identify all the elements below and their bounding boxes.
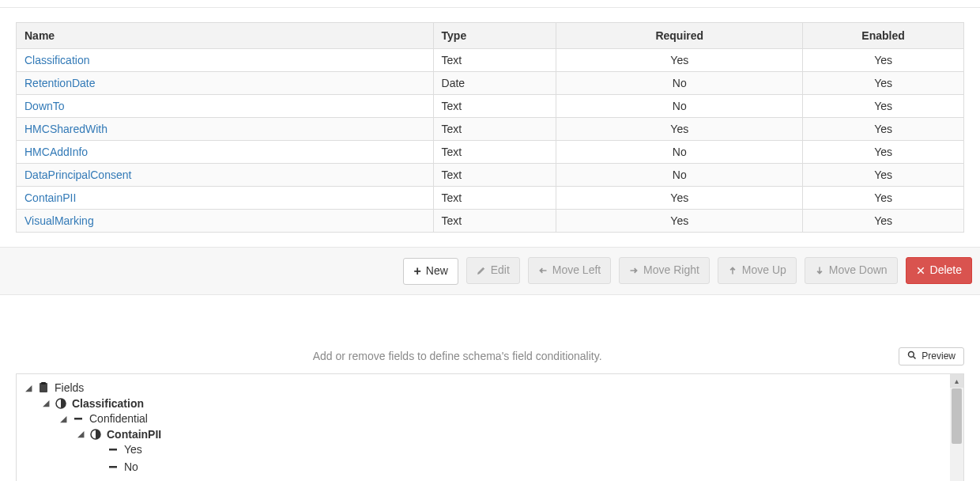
tree-node-label: No — [124, 460, 138, 473]
move-right-button[interactable]: Move Right — [619, 257, 710, 284]
tree-node-yes[interactable]: ◢ Yes — [94, 443, 142, 456]
search-icon — [907, 350, 917, 362]
field-type: Text — [433, 141, 556, 164]
expand-toggle-icon[interactable]: ◢ — [42, 400, 50, 407]
move-up-button[interactable]: Move Up — [718, 257, 797, 284]
table-row[interactable]: ContainPII Text Yes Yes — [17, 187, 964, 210]
field-required: Yes — [556, 49, 803, 72]
move-left-button[interactable]: Move Left — [528, 257, 611, 284]
button-label: Move Up — [742, 263, 786, 278]
svg-point-6 — [909, 351, 914, 357]
field-required: No — [556, 141, 803, 164]
fields-table: Name Type Required Enabled Classificatio… — [16, 22, 964, 233]
edit-button[interactable]: Edit — [466, 257, 520, 284]
table-row[interactable]: VisualMarking Text Yes Yes — [17, 210, 964, 233]
field-link[interactable]: VisualMarking — [24, 214, 94, 227]
field-required: Yes — [556, 210, 803, 233]
clipboard-icon — [37, 382, 50, 393]
arrow-up-icon — [728, 266, 737, 275]
field-enabled: Yes — [803, 164, 964, 187]
scrollbar-thumb[interactable] — [952, 388, 962, 444]
field-type: Text — [433, 49, 556, 72]
field-type: Date — [433, 72, 556, 95]
field-link[interactable]: HMCAddInfo — [24, 146, 88, 158]
tree-node-containpii[interactable]: ◢ ContainPII — [77, 428, 161, 441]
field-enabled: Yes — [803, 187, 964, 210]
arrow-right-icon — [629, 266, 639, 275]
arrow-down-icon — [815, 266, 824, 275]
close-icon — [916, 266, 925, 275]
svg-rect-9 — [41, 382, 46, 384]
button-label: Move Down — [829, 263, 888, 278]
table-row[interactable]: HMCSharedWith Text Yes Yes — [17, 118, 964, 141]
table-row[interactable]: RetentionDate Date No Yes — [17, 72, 964, 95]
button-label: Move Right — [643, 263, 699, 278]
col-name[interactable]: Name — [17, 23, 434, 49]
move-down-button[interactable]: Move Down — [805, 257, 898, 284]
plus-icon: + — [413, 267, 420, 276]
field-enabled: Yes — [803, 72, 964, 95]
tree-node-fields[interactable]: ◢ Fields — [24, 381, 84, 394]
button-label: Move Left — [552, 263, 601, 278]
tree-node-label: Yes — [124, 443, 142, 456]
expand-toggle-icon[interactable]: ◢ — [24, 384, 32, 392]
svg-line-7 — [914, 356, 916, 358]
button-label: Edit — [491, 263, 510, 278]
tree-node-classification[interactable]: ◢ Classification — [42, 397, 144, 410]
field-enabled: Yes — [803, 49, 964, 72]
table-row[interactable]: HMCAddInfo Text No Yes — [17, 141, 964, 164]
field-type: Text — [433, 118, 556, 141]
pencil-icon — [477, 266, 486, 275]
field-link[interactable]: Classification — [24, 54, 89, 66]
contrast-circle-icon — [55, 398, 67, 409]
tree-node-label: ContainPII — [107, 428, 161, 441]
button-label: New — [426, 263, 448, 279]
field-required: Yes — [556, 118, 803, 141]
button-label: Delete — [930, 263, 962, 278]
field-required: No — [556, 72, 803, 95]
table-row[interactable]: DataPrincipalConsent Text No Yes — [17, 164, 964, 187]
col-enabled[interactable]: Enabled — [803, 23, 964, 49]
field-type: Text — [433, 95, 556, 118]
table-header-row: Name Type Required Enabled — [17, 23, 964, 49]
field-link[interactable]: DataPrincipalConsent — [24, 169, 131, 181]
field-link[interactable]: DownTo — [24, 100, 65, 112]
contrast-circle-icon — [89, 429, 102, 440]
field-type: Text — [433, 187, 556, 210]
dash-icon — [107, 444, 119, 455]
field-link[interactable]: RetentionDate — [24, 77, 96, 89]
field-link[interactable]: HMCSharedWith — [24, 123, 107, 135]
field-required: Yes — [556, 187, 803, 210]
col-type[interactable]: Type — [433, 23, 556, 49]
field-enabled: Yes — [803, 141, 964, 164]
tree-node-label: Classification — [72, 397, 144, 410]
table-toolbar: + New Edit Move Left Move Right Move Up … — [0, 247, 980, 295]
dash-icon — [72, 413, 85, 424]
expand-toggle-icon[interactable]: ◢ — [59, 415, 67, 422]
field-required: No — [556, 164, 803, 187]
scroll-up-icon[interactable]: ▴ — [950, 374, 963, 388]
svg-rect-14 — [109, 466, 117, 468]
tree-node-label: Fields — [55, 381, 84, 394]
button-label: Preview — [922, 350, 956, 362]
col-required[interactable]: Required — [556, 23, 803, 49]
field-type: Text — [433, 210, 556, 233]
tree-node-label: Confidential — [89, 412, 148, 425]
expand-toggle-icon[interactable]: ◢ — [77, 430, 85, 438]
preview-button[interactable]: Preview — [899, 347, 964, 365]
field-enabled: Yes — [803, 210, 964, 233]
tree-node-confidential[interactable]: ◢ Confidential — [59, 412, 148, 425]
new-button[interactable]: + New — [403, 258, 458, 285]
svg-rect-13 — [109, 449, 117, 451]
table-row[interactable]: DownTo Text No Yes — [17, 95, 964, 118]
field-enabled: Yes — [803, 118, 964, 141]
field-link[interactable]: ContainPII — [24, 191, 76, 204]
tree-node-no[interactable]: ◢ No — [94, 460, 138, 473]
delete-button[interactable]: Delete — [906, 257, 972, 284]
conditionality-tree: ◢ Fields ◢ Classification — [17, 374, 963, 481]
scrollbar[interactable]: ▴ — [950, 374, 963, 481]
field-required: No — [556, 95, 803, 118]
table-row[interactable]: Classification Text Yes Yes — [17, 49, 964, 72]
conditionality-tree-panel: ◢ Fields ◢ Classification — [16, 373, 964, 481]
field-type: Text — [433, 164, 556, 187]
